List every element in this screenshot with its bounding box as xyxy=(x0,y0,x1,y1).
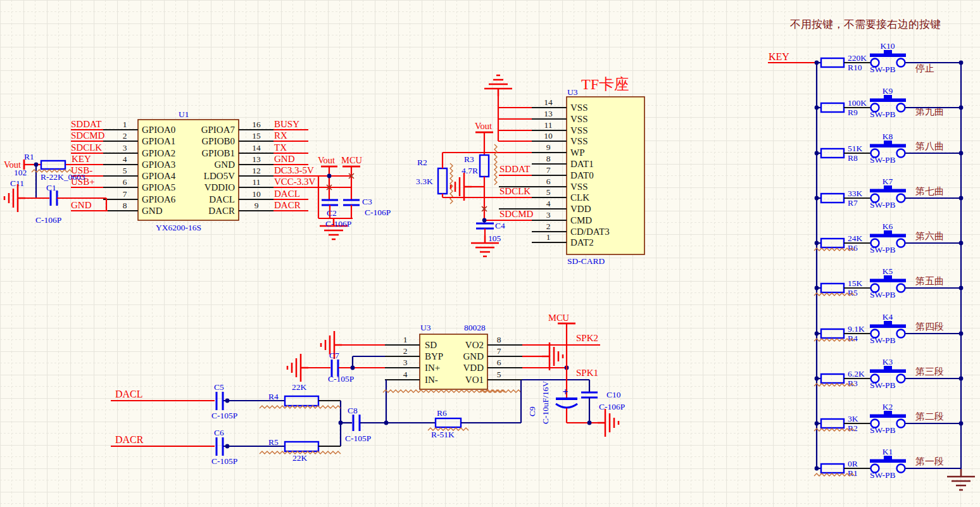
c1-designator[interactable]: C1 xyxy=(46,183,56,192)
switch-value[interactable]: SW-PB xyxy=(870,110,896,119)
r5-value[interactable]: 22K xyxy=(292,453,308,463)
switch-designator[interactable]: K2 xyxy=(883,402,893,411)
net-label-sdcmd[interactable]: SDCMD xyxy=(499,209,534,219)
c7-designator[interactable]: C7 xyxy=(329,351,339,360)
c6-value[interactable]: C-105P xyxy=(211,456,237,466)
resistor-designator[interactable]: R9 xyxy=(848,108,858,117)
resistor-value[interactable]: 15K xyxy=(848,279,863,288)
resistor-designator[interactable]: R1 xyxy=(848,468,858,478)
amp-value[interactable]: 80028 xyxy=(464,323,486,332)
c5-designator[interactable]: C5 xyxy=(214,382,224,392)
r1-designator[interactable]: R1 xyxy=(24,152,34,161)
resistor-designator[interactable]: R10 xyxy=(848,63,862,72)
c3-value[interactable]: C-106P xyxy=(365,208,391,217)
r4-designator[interactable]: R4 xyxy=(268,392,279,401)
c8-designator[interactable]: C8 xyxy=(348,406,358,415)
c4-value[interactable]: 105 xyxy=(488,234,501,243)
c4-designator[interactable]: C4 xyxy=(495,221,505,230)
switch-value[interactable]: SW-PB xyxy=(870,200,896,210)
tf-title[interactable]: TF卡座 xyxy=(581,76,629,92)
net-label-gnd[interactable]: GND xyxy=(71,200,92,210)
resistor-value[interactable]: 100K xyxy=(848,98,867,108)
net-label-dc33-5v[interactable]: DC3.3-5V xyxy=(274,165,314,175)
switch-designator[interactable]: K1 xyxy=(883,447,893,456)
net-label-dacr[interactable]: DACR xyxy=(115,434,144,445)
resistor-value[interactable]: 51K xyxy=(848,144,863,153)
power-label-mcu[interactable]: MCU xyxy=(548,313,570,323)
r6-value[interactable]: R-51K xyxy=(431,430,455,439)
c8-value[interactable]: C-105P xyxy=(345,434,371,443)
r5-designator[interactable]: R5 xyxy=(268,437,279,447)
resistor-value[interactable]: 0R xyxy=(848,459,858,468)
switch-value[interactable]: SW-PB xyxy=(870,290,896,299)
switch-value[interactable]: SW-PB xyxy=(870,65,896,74)
r2-designator[interactable]: R2 xyxy=(417,158,427,167)
net-label-vcc-33v[interactable]: VCC-3.3V xyxy=(274,177,316,187)
c9-value[interactable]: C-10uF/16V xyxy=(541,380,550,424)
resistor-designator[interactable]: R2 xyxy=(848,423,858,433)
c3-designator[interactable]: C3 xyxy=(362,197,372,206)
resistor-value[interactable]: 33K xyxy=(848,189,863,198)
switch-value[interactable]: SW-PB xyxy=(870,380,896,390)
switch-value[interactable]: SW-PB xyxy=(870,335,896,345)
net-label-sdcmd[interactable]: SDCMD xyxy=(71,130,105,141)
net-label-tx[interactable]: TX xyxy=(274,142,287,153)
u1-value[interactable]: YX6200-16S xyxy=(156,223,201,232)
switch-designator[interactable]: K9 xyxy=(883,86,893,96)
c10-designator[interactable]: C10 xyxy=(606,390,621,399)
resistor-value[interactable]: 6.2K xyxy=(848,369,865,379)
power-label-vout[interactable]: Vout xyxy=(475,121,492,131)
switch-designator[interactable]: K7 xyxy=(883,177,893,186)
net-label-sdclk[interactable]: SDCLK xyxy=(499,186,531,196)
tf-designator[interactable]: U3 xyxy=(567,87,578,97)
net-label-sddat[interactable]: SDDAT xyxy=(71,119,101,129)
net-label-sddat[interactable]: SDDAT xyxy=(499,164,530,174)
net-label-spk1[interactable]: SPK1 xyxy=(576,368,598,378)
switch-designator[interactable]: K6 xyxy=(883,222,893,231)
c2-value[interactable]: C-106P xyxy=(325,219,351,228)
switch-value[interactable]: SW-PB xyxy=(870,425,896,435)
r6-designator[interactable]: R6 xyxy=(437,408,447,418)
resistor-designator[interactable]: R7 xyxy=(848,198,858,208)
switch-value[interactable]: SW-PB xyxy=(870,245,896,254)
c9-designator[interactable]: C9 xyxy=(527,406,537,416)
net-label-rx[interactable]: RX xyxy=(274,130,287,141)
resistor-value[interactable]: 24K xyxy=(848,234,863,243)
net-label-gnd[interactable]: GND xyxy=(274,154,295,164)
amp-designator[interactable]: U3 xyxy=(420,323,431,332)
tf-value[interactable]: SD-CARD xyxy=(567,256,605,266)
resistor-value[interactable]: 9.1K xyxy=(848,324,865,334)
c6-designator[interactable]: C6 xyxy=(214,428,224,437)
net-label-key[interactable]: KEY xyxy=(769,51,789,62)
c11-value[interactable]: 102 xyxy=(14,168,27,177)
resistor-designator[interactable]: R8 xyxy=(848,153,858,163)
net-label-dacl[interactable]: DACL xyxy=(115,389,143,399)
c2-designator[interactable]: C2 xyxy=(327,208,337,218)
resistor-value[interactable]: 3K xyxy=(848,414,858,423)
c1-value[interactable]: C-106P xyxy=(35,215,61,225)
switch-designator[interactable]: K3 xyxy=(883,357,893,366)
net-label-dacr[interactable]: DACR xyxy=(274,200,301,210)
resistor-designator[interactable]: R6 xyxy=(848,243,858,253)
u1-designator[interactable]: U1 xyxy=(179,110,189,119)
resistor-designator[interactable]: R4 xyxy=(848,334,858,343)
c10-value[interactable]: C-106P xyxy=(599,402,625,411)
resistor-designator[interactable]: R3 xyxy=(848,379,858,388)
c7-value[interactable]: C-105P xyxy=(328,374,354,384)
r2-value[interactable]: 3.3K xyxy=(416,177,433,186)
net-label-sdclk[interactable]: SDCLK xyxy=(71,142,102,153)
power-label-mcu[interactable]: MCU xyxy=(341,155,363,165)
switch-value[interactable]: SW-PB xyxy=(870,155,896,165)
r1-value[interactable]: R-22K_0603 xyxy=(41,172,85,182)
c5-value[interactable]: C-105P xyxy=(211,411,237,420)
r3-designator[interactable]: R3 xyxy=(464,154,474,164)
resistor-designator[interactable]: R5 xyxy=(848,288,858,297)
switch-value[interactable]: SW-PB xyxy=(870,470,896,480)
switch-designator[interactable]: K10 xyxy=(880,41,895,51)
switch-designator[interactable]: K4 xyxy=(883,312,893,322)
switch-designator[interactable]: K8 xyxy=(883,132,893,141)
resistor-value[interactable]: 220K xyxy=(848,53,867,63)
net-label-dacl[interactable]: DACL xyxy=(274,189,300,199)
net-label-key[interactable]: KEY xyxy=(72,154,91,164)
net-label-spk2[interactable]: SPK2 xyxy=(576,333,598,343)
